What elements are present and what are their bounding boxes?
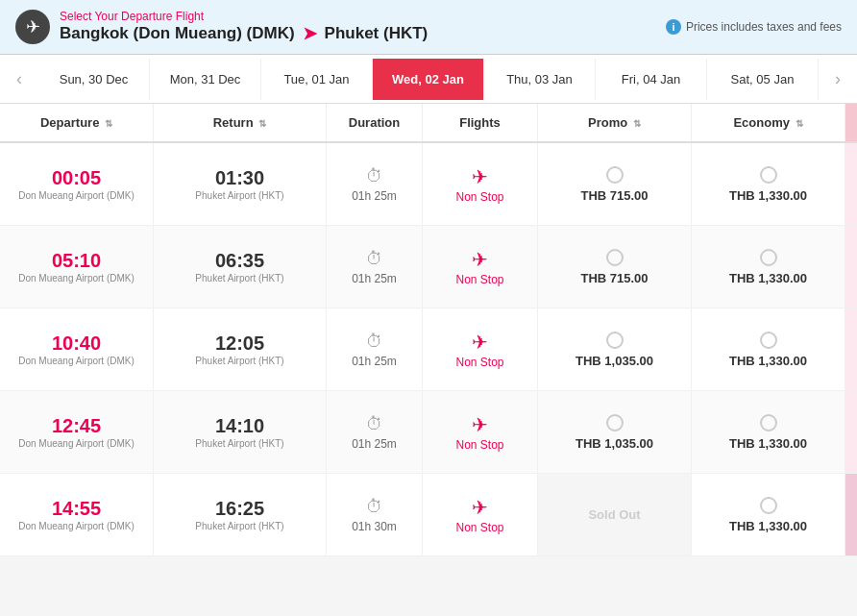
dep-time-4: 14:55 [52,498,101,520]
header-left: ✈ Select Your Departure Flight Bangkok (… [15,10,428,44]
plane-type-icon-2: ✈ [472,331,488,354]
header-text: Select Your Departure Flight Bangkok (Do… [60,10,428,44]
dep-airport-2: Don Mueang Airport (DMK) [18,355,135,367]
plane-type-icon-4: ✈ [472,496,488,519]
date-tab-2[interactable]: Tue, 01 Jan [261,59,373,100]
eco-price-0: THB 1,330.00 [729,188,807,203]
eco-price-3: THB 1,330.00 [729,436,807,451]
eco-cell-4[interactable]: THB 1,330.00 [692,474,845,555]
table-header: Departure ⇅ Return ⇅ Duration Flights Pr… [0,104,857,143]
arr-airport-1: Phuket Airport (HKT) [195,272,283,284]
promo-cell-1[interactable]: THB 715.00 [538,226,692,308]
arr-cell-2: 12:05 Phuket Airport (HKT) [154,308,327,390]
promo-cell-4: Sold Out [538,474,692,555]
promo-cell-3[interactable]: THB 1,035.00 [538,391,692,473]
duration-1: 01h 25m [352,272,397,285]
premium-cell-3[interactable]: THB 2,735.00 [845,391,857,473]
promo-cell-2[interactable]: THB 1,035.00 [538,308,692,390]
clock-icon-3: ⏱ [366,414,383,434]
eco-cell-3[interactable]: THB 1,330.00 [692,391,845,473]
flight-type-cell-2: ✈ Non Stop [423,308,538,390]
premium-cell-4: Sold Out [845,474,857,555]
clock-icon-0: ⏱ [366,166,383,186]
dep-cell-2: 10:40 Don Mueang Airport (DMK) [0,308,154,390]
prev-date-button[interactable]: ‹ [0,55,38,103]
flight-type-4: Non Stop [455,521,503,534]
dep-cell-4: 14:55 Don Mueang Airport (DMK) [0,474,154,555]
info-icon: i [666,19,681,35]
dep-cell-3: 12:45 Don Mueang Airport (DMK) [0,391,154,473]
header-title: Select Your Departure Flight [60,10,428,23]
arr-time-1: 06:35 [215,250,264,272]
premium-cell-2[interactable]: THB 2,735.00 [845,308,857,390]
flight-type-cell-0: ✈ Non Stop [423,143,538,225]
sort-departure-icon[interactable]: ⇅ [105,118,112,129]
eco-price-2: THB 1,330.00 [729,354,807,368]
eco-radio-0[interactable] [760,166,777,184]
promo-radio-2[interactable] [606,332,624,349]
route-to: Phuket (HKT) [325,24,428,43]
duration-4: 01h 30m [352,520,397,533]
plane-type-icon-0: ✈ [472,165,488,188]
eco-radio-2[interactable] [760,332,777,349]
arr-time-0: 01:30 [215,167,264,189]
duration-0: 01h 25m [352,189,397,203]
promo-radio-0[interactable] [606,166,624,184]
date-tab-0[interactable]: Sun, 30 Dec [38,59,150,100]
eco-radio-4[interactable] [760,497,777,514]
flight-row-3: 12:45 Don Mueang Airport (DMK) 14:10 Phu… [0,391,857,474]
eco-radio-1[interactable] [760,249,777,266]
arr-time-2: 12:05 [215,333,264,355]
arr-airport-3: Phuket Airport (HKT) [195,437,283,450]
clock-icon-1: ⏱ [366,249,383,269]
route-arrow-icon: ➤ [303,23,317,44]
col-departure: Departure ⇅ [0,104,154,141]
plane-type-icon-1: ✈ [472,248,488,271]
date-tab-5[interactable]: Fri, 04 Jan [596,59,707,100]
date-tab-6[interactable]: Sat, 05 Jan [707,59,819,100]
arr-cell-4: 16:25 Phuket Airport (HKT) [154,474,327,555]
eco-cell-2[interactable]: THB 1,330.00 [692,308,845,390]
dep-time-2: 10:40 [52,333,101,355]
dep-airport-4: Don Mueang Airport (DMK) [18,520,135,532]
col-economy: Economy ⇅ [692,104,845,141]
col-duration: Duration [327,104,423,141]
eco-price-1: THB 1,330.00 [729,271,807,285]
sort-promo-icon[interactable]: ⇅ [633,118,641,129]
premium-cell-0[interactable]: THB 2,735.00 [845,143,857,225]
plane-type-icon-3: ✈ [472,413,488,436]
date-tab-1[interactable]: Mon, 31 Dec [150,59,261,100]
date-tab-4[interactable]: Thu, 03 Jan [484,59,596,100]
header-bar: ✈ Select Your Departure Flight Bangkok (… [0,0,857,55]
promo-price-3: THB 1,035.00 [575,436,653,451]
flight-type-0: Non Stop [455,190,503,204]
eco-cell-0[interactable]: THB 1,330.00 [692,143,845,225]
col-return: Return ⇅ [154,104,327,141]
promo-radio-1[interactable] [606,249,624,266]
clock-icon-4: ⏱ [366,497,383,517]
premium-cell-1[interactable]: THB 2,735.00 [845,226,857,308]
eco-cell-1[interactable]: THB 1,330.00 [692,226,845,308]
header-right: i Prices includes taxes and fees [666,19,842,35]
col-flights: Flights [423,104,538,141]
flight-row-1: 05:10 Don Mueang Airport (DMK) 06:35 Phu… [0,226,857,308]
arr-time-3: 14:10 [215,415,264,437]
arr-airport-4: Phuket Airport (HKT) [195,520,283,532]
flight-type-cell-1: ✈ Non Stop [423,226,538,308]
arr-cell-1: 06:35 Phuket Airport (HKT) [154,226,327,308]
promo-cell-0[interactable]: THB 715.00 [538,143,692,225]
arr-airport-2: Phuket Airport (HKT) [195,355,283,367]
next-date-button[interactable]: › [819,55,857,103]
dur-cell-0: ⏱ 01h 25m [327,143,423,225]
flight-type-2: Non Stop [455,356,503,369]
dep-airport-1: Don Mueang Airport (DMK) [18,272,135,284]
plane-icon: ✈ [15,10,50,44]
promo-radio-3[interactable] [606,414,624,431]
sort-return-icon[interactable]: ⇅ [258,118,266,129]
dur-cell-2: ⏱ 01h 25m [327,308,423,390]
sort-economy-icon[interactable]: ⇅ [796,118,803,129]
date-tab-3[interactable]: Wed, 02 Jan [373,59,484,100]
eco-radio-3[interactable] [760,414,777,431]
dep-airport-0: Don Mueang Airport (DMK) [18,189,135,202]
dep-cell-1: 05:10 Don Mueang Airport (DMK) [0,226,154,308]
